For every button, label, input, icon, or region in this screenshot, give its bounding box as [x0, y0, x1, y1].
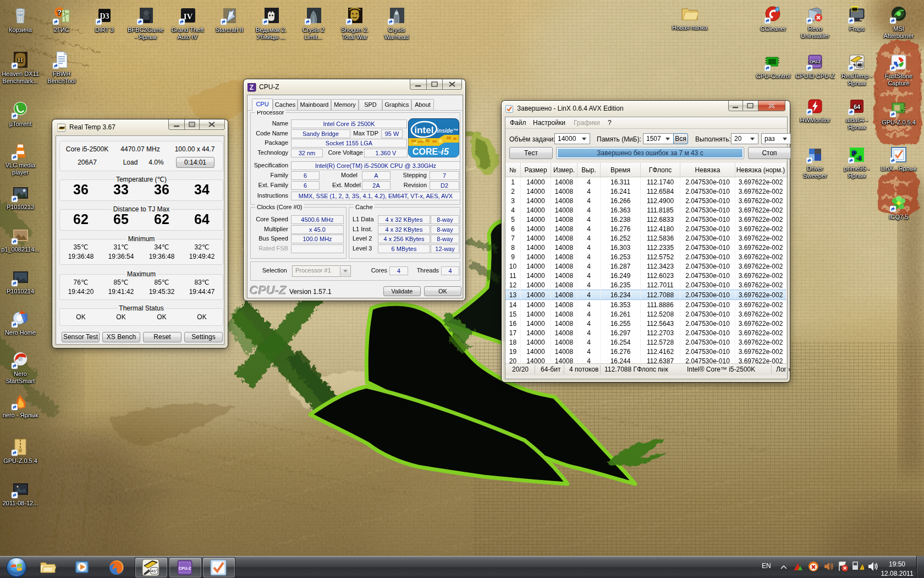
svg-text:Z: Z: [250, 84, 254, 91]
svg-text:i5: i5: [441, 146, 449, 157]
svg-text:CPU-Z: CPU-Z: [810, 60, 821, 64]
svg-text:inside™: inside™: [437, 128, 459, 134]
svg-text:-1: -1: [856, 154, 861, 161]
svg-text:?: ?: [57, 8, 62, 17]
svg-text:CPU-Z: CPU-Z: [179, 566, 191, 571]
svg-text:CORE: CORE: [413, 147, 438, 156]
svg-text:64: 64: [854, 103, 861, 110]
svg-text:46°: 46°: [151, 569, 157, 574]
svg-text:H: H: [18, 56, 23, 64]
svg-text:intel: intel: [415, 125, 434, 135]
svg-text:99: 99: [852, 7, 857, 12]
svg-text:46: 46: [857, 63, 862, 67]
svg-text:!: !: [862, 565, 863, 570]
svg-text:P: P: [852, 149, 856, 157]
